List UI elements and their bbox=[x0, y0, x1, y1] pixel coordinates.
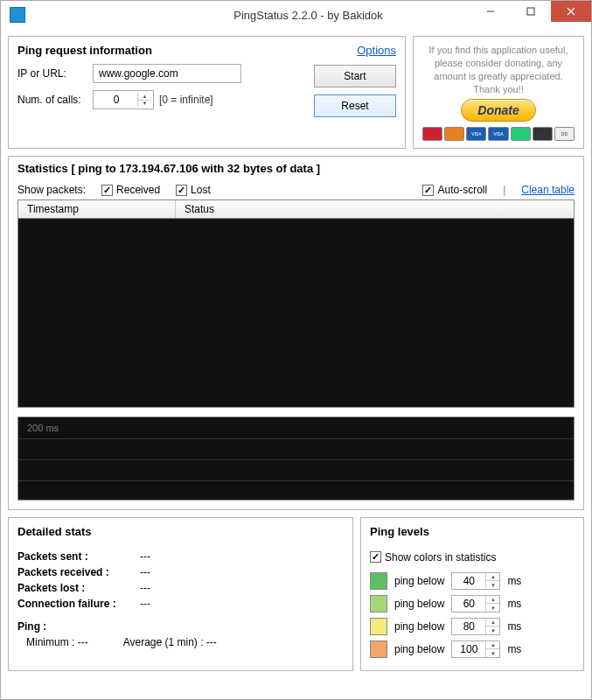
statistics-panel: Statistics [ ping to 173.194.67.106 with… bbox=[8, 156, 584, 510]
spinner-icon[interactable]: ▲▼ bbox=[485, 619, 499, 634]
level-threshold-input[interactable]: 100▲▼ bbox=[451, 640, 500, 658]
connection-failure-value: --- bbox=[140, 598, 150, 610]
donate-button[interactable]: Donate bbox=[461, 99, 535, 122]
calls-hint: [0 = infinite] bbox=[159, 94, 213, 106]
color-swatch bbox=[370, 640, 387, 658]
packets-lost-value: --- bbox=[140, 582, 150, 594]
graph-scale-label: 200 ms bbox=[27, 423, 59, 433]
level-label: ping below bbox=[394, 620, 444, 633]
show-colors-checkbox[interactable]: Show colors in statistics bbox=[370, 551, 496, 564]
ping-levels-panel: Ping levels Show colors in statistics pi… bbox=[360, 517, 584, 671]
statistics-title: Statistics [ ping to 173.194.67.106 with… bbox=[17, 162, 575, 175]
ping-level-row: ping below40▲▼ms bbox=[370, 572, 575, 590]
packets-sent-value: --- bbox=[140, 550, 150, 563]
options-link[interactable]: Options bbox=[357, 44, 396, 57]
ping-level-row: ping below60▲▼ms bbox=[370, 595, 575, 612]
ping-level-row: ping below80▲▼ms bbox=[370, 618, 575, 635]
level-label: ping below bbox=[394, 598, 444, 610]
level-unit: ms bbox=[507, 575, 521, 587]
checkbox-icon bbox=[101, 185, 113, 196]
packets-received-value: --- bbox=[140, 566, 150, 578]
level-unit: ms bbox=[507, 598, 521, 610]
level-threshold-input[interactable]: 80▲▼ bbox=[451, 618, 500, 635]
checkbox-icon bbox=[422, 185, 434, 196]
spinner-icon[interactable]: ▲▼ bbox=[485, 641, 499, 657]
reset-button[interactable]: Reset bbox=[314, 94, 396, 117]
num-calls-input[interactable]: 0 ▲▼ bbox=[93, 90, 154, 109]
checkbox-icon bbox=[370, 551, 381, 563]
num-calls-label: Num. of calls: bbox=[17, 94, 87, 106]
color-swatch bbox=[370, 618, 387, 635]
start-button[interactable]: Start bbox=[314, 65, 396, 88]
packet-table-header: Timestamp Status bbox=[17, 200, 575, 219]
ip-url-input[interactable] bbox=[93, 64, 241, 83]
ping-levels-title: Ping levels bbox=[370, 525, 575, 538]
level-threshold-input[interactable]: 40▲▼ bbox=[451, 572, 500, 590]
level-unit: ms bbox=[507, 620, 521, 633]
color-swatch bbox=[370, 572, 387, 590]
close-button[interactable] bbox=[551, 1, 591, 22]
minimize-button[interactable] bbox=[470, 1, 511, 22]
ping-average-value: --- bbox=[206, 636, 217, 648]
col-timestamp[interactable]: Timestamp bbox=[18, 200, 176, 218]
spinner-icon[interactable]: ▲▼ bbox=[137, 93, 151, 107]
level-label: ping below bbox=[394, 575, 444, 587]
detailed-stats-panel: Detailed stats Packets sent :--- Packets… bbox=[8, 517, 353, 671]
col-status[interactable]: Status bbox=[176, 200, 574, 218]
ping-level-row: ping below100▲▼ms bbox=[370, 640, 575, 658]
auto-scroll-checkbox[interactable]: Auto-scroll bbox=[422, 184, 487, 196]
donate-panel: If you find this application useful, ple… bbox=[413, 36, 584, 149]
packet-table-body[interactable] bbox=[17, 219, 575, 408]
ping-minimum-value: --- bbox=[78, 636, 88, 648]
level-unit: ms bbox=[507, 643, 521, 655]
spinner-icon[interactable]: ▲▼ bbox=[485, 573, 499, 589]
spinner-icon[interactable]: ▲▼ bbox=[485, 596, 499, 612]
svg-rect-1 bbox=[527, 8, 534, 15]
checkbox-icon bbox=[176, 185, 187, 196]
maximize-button[interactable] bbox=[511, 1, 551, 22]
color-swatch bbox=[370, 595, 387, 612]
detailed-stats-title: Detailed stats bbox=[17, 525, 344, 538]
ping-graph: 200 ms bbox=[17, 416, 575, 500]
payment-cards: VISA VISA DD bbox=[422, 127, 575, 141]
clean-table-link[interactable]: Clean table bbox=[521, 184, 575, 196]
ping-request-title: Ping request information bbox=[17, 44, 152, 57]
ping-request-panel: Ping request information Options IP or U… bbox=[8, 36, 406, 149]
received-checkbox[interactable]: Received bbox=[101, 184, 160, 196]
donate-text: If you find this application useful, ple… bbox=[422, 44, 575, 95]
level-threshold-input[interactable]: 60▲▼ bbox=[451, 595, 500, 612]
lost-checkbox[interactable]: Lost bbox=[176, 184, 211, 196]
app-icon bbox=[10, 7, 25, 23]
level-label: ping below bbox=[394, 643, 444, 655]
window-titlebar: PingStatus 2.2.0 - by Bakidok bbox=[1, 1, 591, 29]
show-packets-label: Show packets: bbox=[17, 184, 86, 196]
ip-label: IP or URL: bbox=[17, 67, 87, 80]
